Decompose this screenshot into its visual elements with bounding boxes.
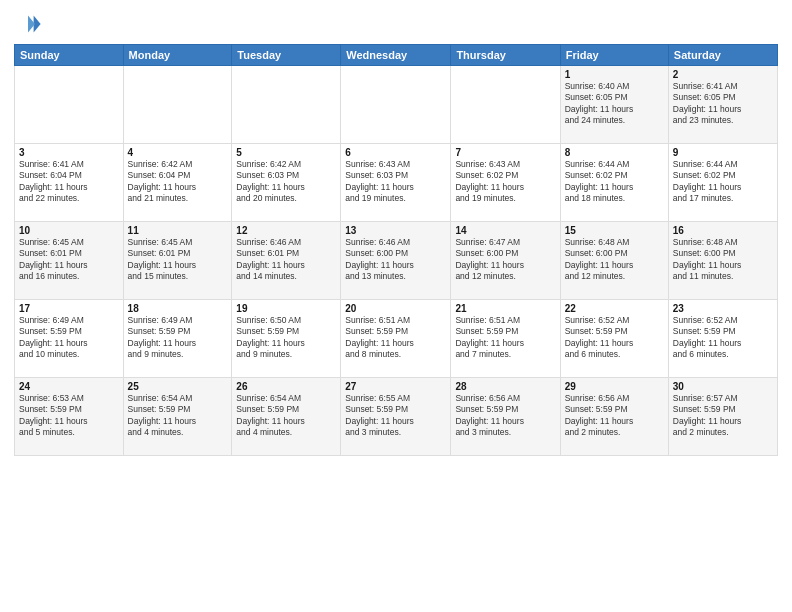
day-info: Sunrise: 6:50 AM Sunset: 5:59 PM Dayligh… — [236, 315, 336, 361]
day-number: 23 — [673, 303, 773, 314]
day-number: 14 — [455, 225, 555, 236]
day-number: 24 — [19, 381, 119, 392]
calendar-cell: 10Sunrise: 6:45 AM Sunset: 6:01 PM Dayli… — [15, 222, 124, 300]
weekday-header-tuesday: Tuesday — [232, 45, 341, 66]
day-number: 17 — [19, 303, 119, 314]
day-number: 7 — [455, 147, 555, 158]
page-container: SundayMondayTuesdayWednesdayThursdayFrid… — [0, 0, 792, 612]
day-info: Sunrise: 6:44 AM Sunset: 6:02 PM Dayligh… — [565, 159, 664, 205]
day-number: 6 — [345, 147, 446, 158]
day-number: 11 — [128, 225, 228, 236]
calendar-cell: 26Sunrise: 6:54 AM Sunset: 5:59 PM Dayli… — [232, 378, 341, 456]
day-info: Sunrise: 6:56 AM Sunset: 5:59 PM Dayligh… — [565, 393, 664, 439]
day-info: Sunrise: 6:41 AM Sunset: 6:04 PM Dayligh… — [19, 159, 119, 205]
calendar-cell: 16Sunrise: 6:48 AM Sunset: 6:00 PM Dayli… — [668, 222, 777, 300]
calendar-table: SundayMondayTuesdayWednesdayThursdayFrid… — [14, 44, 778, 456]
day-info: Sunrise: 6:48 AM Sunset: 6:00 PM Dayligh… — [673, 237, 773, 283]
day-number: 21 — [455, 303, 555, 314]
calendar-cell: 17Sunrise: 6:49 AM Sunset: 5:59 PM Dayli… — [15, 300, 124, 378]
calendar-week-row: 24Sunrise: 6:53 AM Sunset: 5:59 PM Dayli… — [15, 378, 778, 456]
day-number: 15 — [565, 225, 664, 236]
day-info: Sunrise: 6:54 AM Sunset: 5:59 PM Dayligh… — [128, 393, 228, 439]
day-number: 9 — [673, 147, 773, 158]
calendar-week-row: 1Sunrise: 6:40 AM Sunset: 6:05 PM Daylig… — [15, 66, 778, 144]
weekday-header-monday: Monday — [123, 45, 232, 66]
calendar-cell: 29Sunrise: 6:56 AM Sunset: 5:59 PM Dayli… — [560, 378, 668, 456]
day-number: 2 — [673, 69, 773, 80]
day-number: 30 — [673, 381, 773, 392]
calendar-cell: 18Sunrise: 6:49 AM Sunset: 5:59 PM Dayli… — [123, 300, 232, 378]
calendar-cell: 1Sunrise: 6:40 AM Sunset: 6:05 PM Daylig… — [560, 66, 668, 144]
calendar-cell: 6Sunrise: 6:43 AM Sunset: 6:03 PM Daylig… — [341, 144, 451, 222]
calendar-week-row: 17Sunrise: 6:49 AM Sunset: 5:59 PM Dayli… — [15, 300, 778, 378]
day-number: 12 — [236, 225, 336, 236]
day-info: Sunrise: 6:48 AM Sunset: 6:00 PM Dayligh… — [565, 237, 664, 283]
calendar-cell: 8Sunrise: 6:44 AM Sunset: 6:02 PM Daylig… — [560, 144, 668, 222]
weekday-header-friday: Friday — [560, 45, 668, 66]
calendar-cell: 21Sunrise: 6:51 AM Sunset: 5:59 PM Dayli… — [451, 300, 560, 378]
day-info: Sunrise: 6:51 AM Sunset: 5:59 PM Dayligh… — [345, 315, 446, 361]
day-number: 10 — [19, 225, 119, 236]
calendar-cell: 3Sunrise: 6:41 AM Sunset: 6:04 PM Daylig… — [15, 144, 124, 222]
day-number: 26 — [236, 381, 336, 392]
calendar-cell: 15Sunrise: 6:48 AM Sunset: 6:00 PM Dayli… — [560, 222, 668, 300]
calendar-cell: 12Sunrise: 6:46 AM Sunset: 6:01 PM Dayli… — [232, 222, 341, 300]
calendar-cell: 20Sunrise: 6:51 AM Sunset: 5:59 PM Dayli… — [341, 300, 451, 378]
day-info: Sunrise: 6:49 AM Sunset: 5:59 PM Dayligh… — [128, 315, 228, 361]
weekday-header-thursday: Thursday — [451, 45, 560, 66]
calendar-week-row: 3Sunrise: 6:41 AM Sunset: 6:04 PM Daylig… — [15, 144, 778, 222]
calendar-cell: 2Sunrise: 6:41 AM Sunset: 6:05 PM Daylig… — [668, 66, 777, 144]
day-info: Sunrise: 6:45 AM Sunset: 6:01 PM Dayligh… — [128, 237, 228, 283]
calendar-cell: 30Sunrise: 6:57 AM Sunset: 5:59 PM Dayli… — [668, 378, 777, 456]
calendar-cell: 14Sunrise: 6:47 AM Sunset: 6:00 PM Dayli… — [451, 222, 560, 300]
weekday-header-wednesday: Wednesday — [341, 45, 451, 66]
calendar-cell: 28Sunrise: 6:56 AM Sunset: 5:59 PM Dayli… — [451, 378, 560, 456]
weekday-header-sunday: Sunday — [15, 45, 124, 66]
calendar-cell: 13Sunrise: 6:46 AM Sunset: 6:00 PM Dayli… — [341, 222, 451, 300]
day-number: 4 — [128, 147, 228, 158]
day-number: 16 — [673, 225, 773, 236]
logo — [14, 10, 44, 38]
calendar-cell — [232, 66, 341, 144]
weekday-header-saturday: Saturday — [668, 45, 777, 66]
day-number: 1 — [565, 69, 664, 80]
day-info: Sunrise: 6:54 AM Sunset: 5:59 PM Dayligh… — [236, 393, 336, 439]
day-number: 28 — [455, 381, 555, 392]
day-number: 3 — [19, 147, 119, 158]
calendar-cell: 23Sunrise: 6:52 AM Sunset: 5:59 PM Dayli… — [668, 300, 777, 378]
weekday-header-row: SundayMondayTuesdayWednesdayThursdayFrid… — [15, 45, 778, 66]
day-info: Sunrise: 6:57 AM Sunset: 5:59 PM Dayligh… — [673, 393, 773, 439]
calendar-cell: 4Sunrise: 6:42 AM Sunset: 6:04 PM Daylig… — [123, 144, 232, 222]
calendar-cell: 25Sunrise: 6:54 AM Sunset: 5:59 PM Dayli… — [123, 378, 232, 456]
day-info: Sunrise: 6:53 AM Sunset: 5:59 PM Dayligh… — [19, 393, 119, 439]
day-info: Sunrise: 6:43 AM Sunset: 6:03 PM Dayligh… — [345, 159, 446, 205]
day-number: 25 — [128, 381, 228, 392]
calendar-week-row: 10Sunrise: 6:45 AM Sunset: 6:01 PM Dayli… — [15, 222, 778, 300]
calendar-cell: 9Sunrise: 6:44 AM Sunset: 6:02 PM Daylig… — [668, 144, 777, 222]
day-info: Sunrise: 6:46 AM Sunset: 6:01 PM Dayligh… — [236, 237, 336, 283]
calendar-cell: 24Sunrise: 6:53 AM Sunset: 5:59 PM Dayli… — [15, 378, 124, 456]
calendar-cell — [123, 66, 232, 144]
day-info: Sunrise: 6:56 AM Sunset: 5:59 PM Dayligh… — [455, 393, 555, 439]
day-number: 13 — [345, 225, 446, 236]
day-info: Sunrise: 6:46 AM Sunset: 6:00 PM Dayligh… — [345, 237, 446, 283]
calendar-cell: 5Sunrise: 6:42 AM Sunset: 6:03 PM Daylig… — [232, 144, 341, 222]
calendar-cell: 7Sunrise: 6:43 AM Sunset: 6:02 PM Daylig… — [451, 144, 560, 222]
day-number: 22 — [565, 303, 664, 314]
calendar-cell: 27Sunrise: 6:55 AM Sunset: 5:59 PM Dayli… — [341, 378, 451, 456]
calendar-cell — [341, 66, 451, 144]
day-info: Sunrise: 6:42 AM Sunset: 6:03 PM Dayligh… — [236, 159, 336, 205]
day-info: Sunrise: 6:45 AM Sunset: 6:01 PM Dayligh… — [19, 237, 119, 283]
day-info: Sunrise: 6:49 AM Sunset: 5:59 PM Dayligh… — [19, 315, 119, 361]
day-info: Sunrise: 6:43 AM Sunset: 6:02 PM Dayligh… — [455, 159, 555, 205]
day-number: 29 — [565, 381, 664, 392]
calendar-cell — [451, 66, 560, 144]
day-number: 5 — [236, 147, 336, 158]
day-info: Sunrise: 6:41 AM Sunset: 6:05 PM Dayligh… — [673, 81, 773, 127]
day-info: Sunrise: 6:42 AM Sunset: 6:04 PM Dayligh… — [128, 159, 228, 205]
calendar-cell — [15, 66, 124, 144]
day-info: Sunrise: 6:40 AM Sunset: 6:05 PM Dayligh… — [565, 81, 664, 127]
day-info: Sunrise: 6:47 AM Sunset: 6:00 PM Dayligh… — [455, 237, 555, 283]
day-number: 18 — [128, 303, 228, 314]
day-number: 8 — [565, 147, 664, 158]
